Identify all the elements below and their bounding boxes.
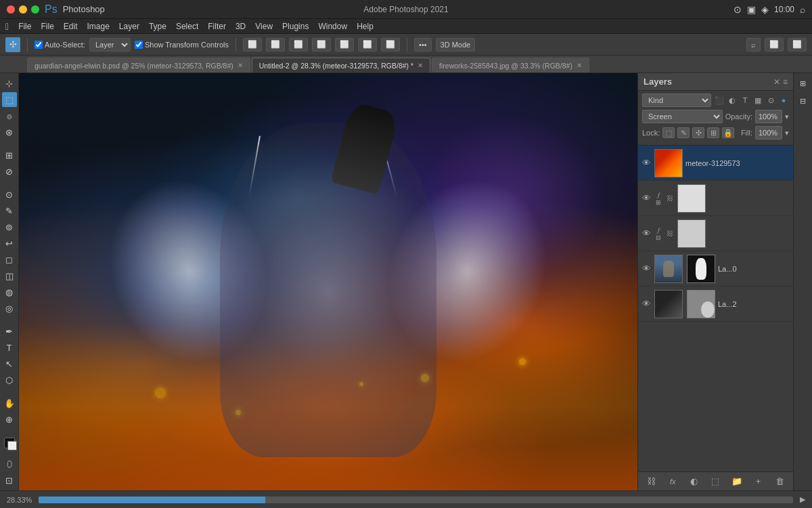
menu-select[interactable]: Select bbox=[176, 22, 198, 31]
align-left[interactable]: ⬜ bbox=[243, 38, 262, 51]
panel-close[interactable]: ✕ bbox=[773, 77, 780, 87]
gradient-tool[interactable]: ◫ bbox=[2, 268, 17, 283]
close-tab-0[interactable]: ✕ bbox=[238, 62, 243, 69]
opacity-input[interactable] bbox=[755, 110, 782, 123]
layer-eye-3[interactable]: 👁 bbox=[641, 263, 652, 274]
libraries-icon[interactable]: ⊟ bbox=[796, 93, 811, 108]
smart-filter[interactable]: ⊙ bbox=[765, 95, 776, 106]
3d-mode[interactable]: 3D Mode bbox=[436, 38, 476, 51]
panel-menu[interactable]: ≡ bbox=[783, 77, 788, 87]
align-right[interactable]: ⬜ bbox=[289, 38, 308, 51]
layer-item-4[interactable]: 👁 La...2 bbox=[638, 287, 793, 322]
share[interactable]: ⬜ bbox=[788, 38, 807, 51]
selection-tool[interactable]: ⬚ bbox=[2, 92, 17, 107]
text-filter[interactable]: T bbox=[740, 95, 750, 106]
new-adjustment-btn[interactable]: ◐ bbox=[687, 474, 702, 489]
layer-item-1[interactable]: 👁 𝑓 ⊞ ⛓ bbox=[638, 181, 793, 216]
fill-dropdown[interactable]: ▾ bbox=[785, 129, 789, 137]
menu-photoshop[interactable]: File bbox=[18, 22, 31, 31]
auto-select-checkbox[interactable] bbox=[35, 41, 43, 49]
align-top[interactable]: ⬜ bbox=[312, 38, 331, 51]
magic-wand[interactable]: ⊛ bbox=[2, 125, 17, 140]
link-layers-btn[interactable]: ⛓ bbox=[644, 474, 659, 489]
new-layer-button[interactable]: + bbox=[751, 474, 766, 489]
delete-layer-button[interactable]: 🗑 bbox=[772, 474, 787, 489]
layer-eye-1[interactable]: 👁 bbox=[641, 193, 652, 203]
lock-transparency[interactable]: ⬚ bbox=[662, 127, 675, 138]
transform-checkbox[interactable] bbox=[135, 41, 143, 49]
lock-position[interactable]: ✣ bbox=[692, 127, 704, 138]
heal-tool[interactable]: ⊙ bbox=[2, 187, 17, 202]
menu-layer[interactable]: Layer bbox=[119, 22, 139, 31]
layer-eye-2[interactable]: 👁 bbox=[641, 228, 652, 238]
foreground-color[interactable] bbox=[4, 438, 15, 448]
blend-select[interactable]: Screen Normal Multiply Overlay bbox=[642, 110, 723, 123]
text-tool[interactable]: T bbox=[2, 340, 17, 355]
maximize-button[interactable] bbox=[31, 5, 39, 14]
apple-menu[interactable]:  bbox=[5, 21, 9, 32]
close-button[interactable] bbox=[7, 5, 15, 14]
history-brush[interactable]: ↩ bbox=[2, 236, 17, 251]
shape-filter[interactable]: ▦ bbox=[752, 95, 763, 106]
path-select[interactable]: ↖ bbox=[2, 356, 17, 371]
lasso-tool[interactable]: ⌾ bbox=[2, 108, 17, 123]
menu-view[interactable]: View bbox=[255, 22, 273, 31]
quick-mask[interactable]: ⬯ bbox=[2, 457, 17, 471]
eyedropper[interactable]: ⊘ bbox=[2, 164, 17, 179]
workspace[interactable]: ⬜ bbox=[765, 38, 784, 51]
kind-select[interactable]: Kind bbox=[642, 93, 711, 107]
align-bottom[interactable]: ⬜ bbox=[358, 38, 377, 51]
hand-tool[interactable]: ✋ bbox=[2, 396, 17, 410]
tab-2[interactable]: fireworks-2585843.jpg @ 33.3% (RGB/8#) ✕ bbox=[432, 58, 589, 72]
search-icon[interactable]: ⌕ bbox=[800, 4, 805, 15]
properties-icon[interactable]: ⊞ bbox=[796, 76, 811, 91]
layer-item-3[interactable]: 👁 La...0 bbox=[638, 251, 793, 287]
screen-mode[interactable]: ⊡ bbox=[2, 473, 17, 488]
eraser-tool[interactable]: ◻ bbox=[2, 252, 17, 267]
opacity-dropdown[interactable]: ▾ bbox=[785, 112, 789, 121]
auto-select-type[interactable]: Layer Group bbox=[89, 38, 131, 51]
move-tool[interactable]: ✣ bbox=[5, 37, 20, 52]
brush-tool[interactable]: ✎ bbox=[2, 203, 17, 218]
close-tab-2[interactable]: ✕ bbox=[577, 62, 582, 69]
tab-0[interactable]: guardian-angel-elwin b.psd @ 25% (meteor… bbox=[27, 58, 250, 72]
menu-edit[interactable]: Edit bbox=[64, 22, 78, 31]
shape-tool[interactable]: ⬡ bbox=[2, 373, 17, 387]
menu-image[interactable]: Image bbox=[87, 22, 110, 31]
layer-item-2[interactable]: 👁 𝑓 ⊟ ⛓ bbox=[638, 216, 793, 251]
align-center-h[interactable]: ⬜ bbox=[335, 38, 354, 51]
search-toolbar[interactable]: ⌕ bbox=[746, 38, 761, 51]
group-button[interactable]: 📁 bbox=[729, 474, 744, 489]
layer-eye-4[interactable]: 👁 bbox=[641, 299, 652, 309]
menu-help[interactable]: Help bbox=[357, 22, 374, 31]
fx-button[interactable]: fx bbox=[665, 474, 680, 489]
active-filter[interactable]: ● bbox=[778, 95, 789, 106]
menu-type[interactable]: Type bbox=[149, 22, 166, 31]
mask-button[interactable]: ⬚ bbox=[708, 474, 723, 489]
pen-tool[interactable]: ✒ bbox=[2, 324, 17, 339]
menu-3d[interactable]: 3D bbox=[235, 22, 246, 31]
lock-all[interactable]: 🔒 bbox=[722, 127, 734, 138]
canvas-area[interactable] bbox=[19, 73, 637, 490]
move-tool-left[interactable]: ⊹ bbox=[2, 76, 17, 91]
lock-artboard[interactable]: ⊞ bbox=[707, 127, 719, 138]
blur-tool[interactable]: ◍ bbox=[2, 284, 17, 299]
more-options[interactable]: ••• bbox=[414, 38, 432, 51]
fill-input[interactable] bbox=[755, 126, 782, 140]
distribute[interactable]: ⬜ bbox=[381, 38, 400, 51]
pixel-filter[interactable]: ⬛ bbox=[714, 95, 725, 106]
arrow-icon[interactable]: ▶ bbox=[800, 495, 805, 504]
lock-pixels[interactable]: ✎ bbox=[677, 127, 690, 138]
layer-eye-0[interactable]: 👁 bbox=[641, 158, 652, 168]
menu-file[interactable]: File bbox=[41, 22, 53, 31]
zoom-tool[interactable]: ⊕ bbox=[2, 412, 17, 427]
close-tab-1[interactable]: ✕ bbox=[418, 62, 423, 69]
align-center-v[interactable]: ⬜ bbox=[266, 38, 285, 51]
layer-item-0[interactable]: 👁 meteor-3129573 bbox=[638, 146, 793, 181]
crop-tool[interactable]: ⊞ bbox=[2, 148, 17, 163]
adj-filter[interactable]: ◐ bbox=[727, 95, 738, 106]
menu-filter[interactable]: Filter bbox=[208, 22, 226, 31]
menu-window[interactable]: Window bbox=[318, 22, 347, 31]
menu-plugins[interactable]: Plugins bbox=[282, 22, 309, 31]
dodge-tool[interactable]: ◎ bbox=[2, 301, 17, 316]
